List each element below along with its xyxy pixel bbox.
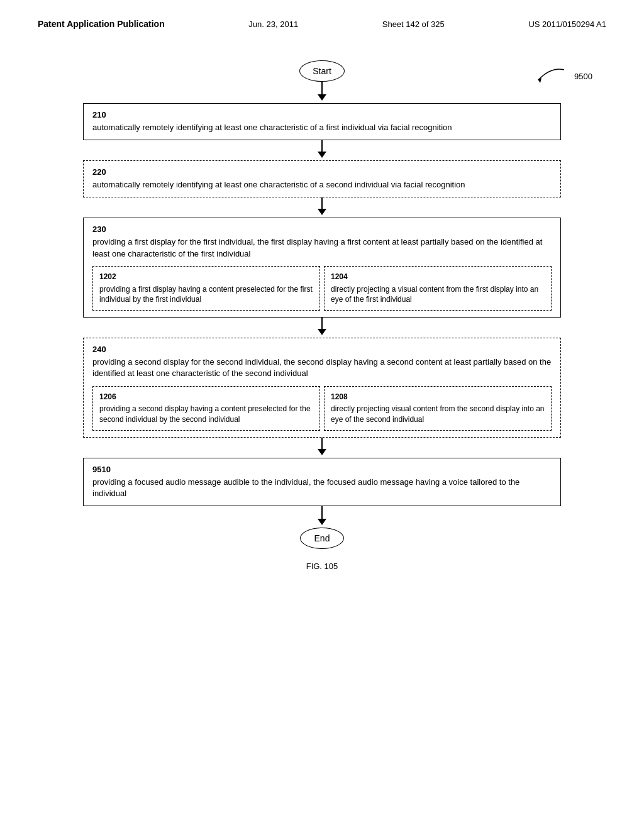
connector-1 [321, 82, 323, 94]
page-header: Patent Application Publication Jun. 23, … [38, 19, 606, 29]
fig-label: FIG. 105 [52, 562, 592, 571]
arrow-2 [318, 152, 326, 158]
arrow-5 [318, 449, 326, 455]
sub-boxes-230: 1202 providing a first display having a … [92, 266, 552, 311]
sub-box-1204: 1204 directly projecting a visual conten… [324, 266, 552, 311]
publication-label: Patent Application Publication [38, 19, 165, 29]
arrow-6 [318, 519, 326, 525]
arrow-3 [318, 209, 326, 215]
sheet-label: Sheet 142 of 325 [382, 19, 445, 29]
connector-3 [321, 197, 323, 209]
patent-label: US 2011/0150294 A1 [528, 19, 606, 29]
connector-6 [321, 506, 323, 519]
sub-box-1206: 1206 providing a second display having a… [92, 386, 320, 431]
box-240: 240 providing a second display for the s… [83, 338, 561, 438]
date-label: Jun. 23, 2011 [248, 19, 298, 29]
sub-box-1202: 1202 providing a first display having a … [92, 266, 320, 311]
sub-box-1208: 1208 directly projecting visual content … [324, 386, 552, 431]
flowchart-diagram: 9500 Start 210 automatically remotely id… [52, 60, 592, 571]
connector-4 [321, 318, 323, 329]
svg-marker-0 [538, 78, 541, 83]
label-9500: 9500 [533, 67, 592, 86]
end-oval: End [300, 528, 344, 549]
arrow-1 [318, 94, 326, 101]
box-220: 220 automatically remotely identifying a… [83, 160, 561, 197]
start-oval: Start [299, 60, 345, 82]
box-9510: 9510 providing a focused audio message a… [83, 458, 561, 506]
arrow-4 [318, 329, 326, 335]
box-230: 230 providing a first display for the fi… [83, 218, 561, 318]
box-210: 210 automatically remotely identifying a… [83, 103, 561, 140]
connector-2 [321, 140, 323, 152]
sub-boxes-240: 1206 providing a second display having a… [92, 386, 552, 431]
connector-5 [321, 438, 323, 449]
9500-label: 9500 [574, 72, 592, 81]
